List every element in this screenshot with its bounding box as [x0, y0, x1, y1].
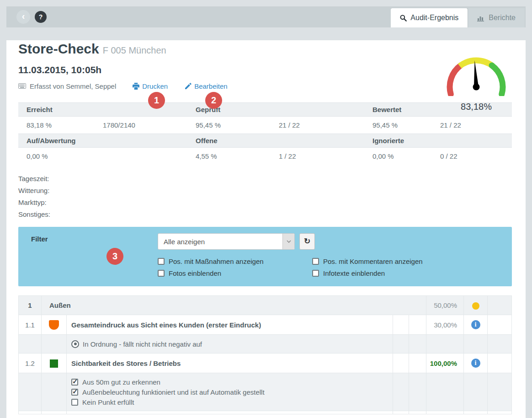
filter-checkbox-fotos[interactable]: Fotos einblenden [158, 267, 312, 279]
checkbox-label: Außenbeleuchtung funktioniert und ist au… [82, 388, 265, 396]
print-label: Drucken [142, 82, 168, 90]
empty-cell [42, 373, 67, 411]
tab-label: Audit-Ergebnis [410, 14, 458, 22]
info-icon[interactable]: i [471, 359, 480, 368]
printer-icon [133, 83, 139, 90]
checkbox-option[interactable]: Kein Punkt erfüllt [71, 397, 393, 407]
edit-link[interactable]: Bearbeiten [185, 82, 228, 90]
top-toolbar: ‹ ? Audit-Ergebnis Berichte [6, 6, 526, 27]
empty-cell [409, 315, 426, 335]
section-row: 1 Außen 50,00% [19, 296, 512, 315]
filter-checkbox-kommentare[interactable]: Pos. mit Kommentaren anzeigen [312, 255, 423, 267]
option-row: Aus 50m gut zu erkennen Außenbeleuchtung… [19, 373, 512, 411]
empty-cell [19, 335, 42, 354]
stat-value: 0,00 % [18, 148, 95, 165]
filter-checkbox-infotexte[interactable]: Infotexte einblenden [312, 267, 423, 279]
recorded-by: Erfasst von Semmel, Seppel [18, 82, 116, 90]
section-percent: 50,00% [426, 296, 464, 315]
store-name: F 005 München [103, 45, 166, 55]
back-button[interactable]: ‹ [16, 10, 30, 24]
checkbox-icon[interactable] [71, 399, 78, 406]
radio-label: In Ordnung - fällt nicht nicht negativ a… [83, 340, 202, 348]
radio-icon[interactable] [71, 340, 79, 348]
filter-panel: Filter 3 Alle anzeigen ↻ Pos. mit Maßnah… [18, 227, 512, 286]
stats-value-row: 0,00 % 4,55 % 1 / 22 0,00 % 0 / 22 [18, 148, 512, 165]
checkbox-icon[interactable] [312, 270, 319, 277]
checkbox-icon[interactable] [71, 379, 78, 386]
pencil-icon [185, 83, 192, 89]
stat-value: 21 / 22 [271, 117, 364, 134]
tab-label: Berichte [489, 14, 516, 22]
recorded-by-text: Erfasst von Semmel, Seppel [30, 82, 116, 90]
checkbox-label: Fotos einblenden [169, 269, 221, 277]
item-title: Sichtbarkeit des Stores / Betriebs [67, 354, 393, 373]
stat-value: 95,45 % [187, 117, 271, 134]
filter-dropdown[interactable]: Alle anzeigen [158, 233, 295, 250]
audit-table: 1 Außen 50,00% 1.1 Gesamteindruck aus Si… [18, 295, 512, 414]
empty-cell [409, 373, 426, 411]
empty-cell [464, 335, 488, 354]
page-title: Store-CheckF 005 München [18, 40, 512, 59]
field-markttyp: Markttyp: [18, 197, 512, 209]
item-number: 1.2 [19, 354, 42, 373]
item-percent: 30,00% [426, 315, 464, 335]
empty-cell [393, 354, 409, 373]
radio-option[interactable]: In Ordnung - fällt nicht nicht negativ a… [67, 340, 393, 348]
info-icon[interactable]: i [471, 320, 480, 329]
chevron-down-icon[interactable] [282, 234, 294, 249]
bar-chart-icon [477, 15, 485, 21]
stats-value-row: 83,18 % 1780/2140 95,45 % 21 / 22 95,45 … [18, 117, 512, 134]
empty-cell [393, 373, 409, 411]
main-card: 83,18% Store-CheckF 005 München 11.03.20… [6, 40, 526, 418]
checkbox-icon[interactable] [71, 389, 78, 396]
option-row: In Ordnung - fällt nicht nicht negativ a… [19, 335, 512, 354]
stat-value: 0 / 22 [432, 148, 512, 165]
status-dot-yellow [472, 302, 479, 310]
empty-cell [393, 315, 409, 335]
section-title: Außen [42, 296, 426, 315]
tab-berichte[interactable]: Berichte [468, 8, 525, 27]
checkbox-option[interactable]: Außenbeleuchtung funktioniert und ist au… [71, 387, 393, 397]
help-button[interactable]: ? [35, 11, 47, 23]
print-link[interactable]: Drucken [133, 82, 168, 90]
stat-value: 1 / 22 [271, 148, 364, 165]
field-tageszeit: Tageszeit: [18, 173, 512, 185]
empty-cell [488, 354, 512, 373]
tab-bar: Audit-Ergebnis Berichte [391, 8, 525, 27]
rating-square-green-icon [50, 359, 58, 368]
filter-dropdown-value: Alle anzeigen [164, 238, 205, 246]
search-icon [400, 15, 407, 21]
checkbox-icon[interactable] [158, 258, 165, 265]
stat-header: Offene [187, 134, 364, 147]
step-badge-2: 2 [205, 92, 222, 109]
filter-label: Filter [31, 235, 48, 243]
gauge-value: 83,18% [444, 102, 508, 112]
empty-cell [426, 373, 464, 411]
stats-header-row: Auf/Abwertung Offene Ignorierte [18, 134, 512, 148]
refresh-button[interactable]: ↻ [299, 233, 315, 250]
stat-value: 0,00 % [364, 148, 432, 165]
page: ‹ ? Audit-Ergebnis Berichte [0, 0, 532, 418]
stat-value: 1780/2140 [95, 117, 187, 134]
empty-cell [42, 335, 67, 354]
checkbox-label: Pos. mit Maßnahmen anzeigen [169, 257, 264, 265]
empty-cell [426, 335, 464, 354]
empty-cell [488, 373, 512, 411]
stat-value: 21 / 22 [432, 117, 512, 134]
empty-cell [464, 373, 488, 411]
meta-row: Erfasst von Semmel, Seppel Drucken Bearb… [18, 81, 512, 91]
stat-header: Ignorierte [364, 134, 512, 147]
tab-audit-ergebnis[interactable]: Audit-Ergebnis [391, 8, 468, 27]
section-number: 1 [19, 296, 42, 315]
stats-table: Erreicht Geprüft Bewertet 83,18 % 1780/2… [18, 102, 512, 165]
step-badge-1: 1 [148, 92, 165, 109]
item-number: 1.1 [19, 315, 42, 335]
checkbox-label: Kein Punkt erfüllt [82, 398, 134, 406]
checkbox-icon[interactable] [312, 258, 319, 265]
empty-cell [409, 335, 426, 354]
checkbox-option[interactable]: Aus 50m gut zu erkennen [71, 377, 393, 387]
empty-cell [393, 335, 409, 354]
filter-checkbox-massnahmen[interactable]: Pos. mit Maßnahmen anzeigen [158, 255, 312, 267]
stats-header-row: Erreicht Geprüft Bewertet [18, 102, 512, 117]
checkbox-icon[interactable] [158, 270, 165, 277]
